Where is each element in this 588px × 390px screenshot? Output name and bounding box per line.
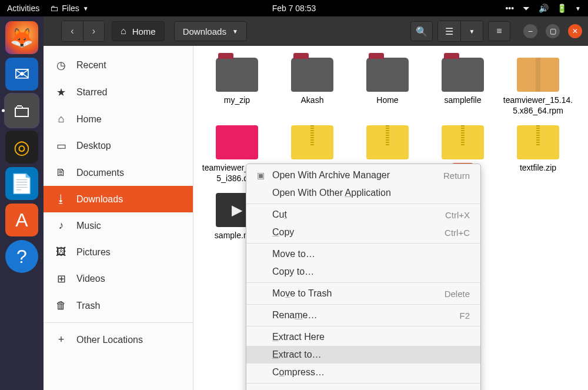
archive-icon (442, 125, 484, 159)
sidebar-item-videos[interactable]: ⊞Videos (44, 265, 193, 292)
menu-item[interactable]: Extract to… (246, 346, 480, 364)
path-current-label: Downloads (183, 26, 226, 36)
path-home[interactable]: ⌂ Home (112, 21, 165, 41)
files-header: ‹ › ⌂ Home Downloads ▼ 🔍 ☰ ▼ ≡ – ▢ ✕ (0, 16, 588, 46)
sidebar-item-label: Other Locations (76, 335, 143, 345)
menu-item-label: Cut (272, 209, 445, 220)
file-item[interactable]: teamviewer_15.14.5.x86_64.rpm (500, 55, 576, 118)
sidebar-item-trash[interactable]: 🗑Trash (44, 292, 193, 319)
menu-item[interactable]: Open With Other Application (246, 184, 480, 202)
menu-item[interactable]: ▣Open With Archive ManagerReturn (246, 166, 480, 184)
appmenu-files[interactable]: 🗀 Files ▼ (50, 4, 88, 13)
sidebar-item-documents[interactable]: 🗎Documents (44, 159, 193, 186)
sidebar-item-pictures[interactable]: 🖼Pictures (44, 239, 193, 265)
sidebar-item-recent[interactable]: ◷Recent (44, 52, 193, 79)
menu-item[interactable]: CutCtrl+X (246, 206, 480, 224)
window-controls: – ▢ ✕ (523, 24, 582, 38)
battery-icon[interactable]: 🔋 (557, 4, 567, 13)
dock-writer[interactable]: 📄 (5, 167, 38, 200)
hamburger-button[interactable]: ≡ (488, 21, 510, 41)
file-label: samplefile (444, 95, 481, 106)
menu-item-label: Open With Archive Manager (272, 170, 443, 181)
documents-icon: 🗎 (55, 166, 67, 179)
menu-item[interactable]: Extract Here (246, 328, 480, 346)
list-view-button[interactable]: ☰ (438, 21, 460, 41)
dock-help[interactable]: ? (5, 240, 38, 273)
menu-item-accel: Ctrl+X (445, 210, 470, 220)
system-top-bar: Activities 🗀 Files ▼ Feb 7 08:53 ••• ⏷ 🔊… (0, 0, 588, 16)
file-label: teamviewer_15.14.5.x86_64.rpm (503, 95, 573, 116)
menu-separator (246, 204, 480, 204)
sidebar-item-label: Downloads (76, 194, 123, 205)
menu-item-accel: Delete (445, 289, 470, 299)
path-current[interactable]: Downloads ▼ (174, 21, 247, 41)
clock-icon: ◷ (55, 59, 67, 72)
file-item[interactable]: textfile.zip (500, 123, 576, 186)
file-label: textfile.zip (520, 163, 556, 174)
menu-item-accel: F2 (459, 311, 470, 321)
nav-buttons: ‹ › (61, 21, 105, 42)
downloads-icon: ⭳ (55, 193, 67, 205)
menu-item[interactable]: Move to TrashDelete (246, 285, 480, 302)
sidebar-item-desktop[interactable]: ▭Desktop (44, 132, 193, 159)
clock[interactable]: Feb 7 08:53 (272, 4, 316, 13)
menu-item[interactable]: Copy to… (246, 263, 480, 281)
sidebar-item-label: Recent (76, 60, 106, 71)
sidebar-item-downloads[interactable]: ⭳Downloads (44, 186, 193, 212)
chevron-down-icon[interactable]: ▼ (575, 5, 581, 12)
activities-button[interactable]: Activities (7, 4, 39, 13)
more-icon[interactable]: ••• (505, 4, 514, 13)
minimize-button[interactable]: – (523, 24, 537, 38)
sidebar: ◷Recent★Starred⌂Home▭Desktop🗎Documents⭳D… (44, 46, 193, 390)
sidebar-item-label: Videos (76, 274, 105, 284)
back-button[interactable]: ‹ (62, 21, 83, 41)
sidebar-item-label: Trash (76, 301, 100, 311)
view-toggle: ☰ ▼ (437, 21, 483, 42)
file-item[interactable]: samplefile (425, 55, 500, 118)
dock-software[interactable]: A (5, 204, 38, 236)
volume-icon[interactable]: 🔊 (539, 4, 549, 13)
file-label: my_zip (224, 95, 250, 106)
search-button[interactable]: 🔍 (410, 21, 433, 41)
file-item[interactable]: Home (350, 55, 425, 118)
menu-item[interactable]: Move to… (246, 245, 480, 263)
close-button[interactable]: ✕ (568, 24, 582, 38)
dock-files[interactable]: 🗀 (5, 94, 38, 127)
menu-separator (246, 282, 480, 283)
menu-item-label: Move to Trash (272, 288, 445, 299)
menu-separator (246, 383, 480, 384)
menu-item-label: Move to… (272, 249, 470, 259)
forward-button[interactable]: › (83, 21, 104, 41)
archive-icon (291, 125, 333, 159)
dock-rhythmbox[interactable]: ◎ (5, 131, 38, 164)
sidebar-item-label: Music (76, 221, 101, 231)
sidebar-item-home[interactable]: ⌂Home (44, 106, 193, 132)
sidebar-item-music[interactable]: ♪Music (44, 212, 193, 239)
file-item[interactable]: Akash (275, 55, 350, 118)
network-icon[interactable]: ⏷ (522, 4, 530, 13)
dock-firefox[interactable]: 🦊 (5, 21, 38, 54)
package-icon (517, 58, 559, 92)
path-home-label: Home (132, 26, 156, 36)
maximize-button[interactable]: ▢ (546, 24, 560, 38)
view-options-button[interactable]: ▼ (460, 21, 483, 41)
sidebar-item-label: Pictures (76, 247, 111, 258)
chevron-down-icon: ▼ (83, 5, 89, 12)
sidebar-item-starred[interactable]: ★Starred (44, 79, 193, 106)
menu-item-label: Copy to… (272, 266, 470, 277)
menu-item[interactable]: Compress… (246, 364, 480, 381)
search-icon: 🔍 (416, 26, 427, 37)
menu-item[interactable]: CopyCtrl+C (246, 224, 480, 241)
menu-item-label: Rename… (272, 310, 459, 321)
sidebar-other-locations[interactable]: +Other Locations (44, 326, 193, 353)
menu-item-accel: Return (443, 171, 470, 181)
menu-separator (246, 243, 480, 244)
trash-icon: 🗑 (55, 299, 67, 312)
menu-item[interactable]: Send to… (246, 385, 480, 390)
sidebar-item-label: Home (76, 114, 102, 125)
menu-item[interactable]: Rename…F2 (246, 306, 480, 324)
file-item[interactable]: my_zip (199, 55, 275, 118)
plus-icon: + (55, 334, 67, 346)
dock-thunderbird[interactable]: ✉ (5, 58, 38, 91)
pictures-icon: 🖼 (55, 246, 67, 258)
